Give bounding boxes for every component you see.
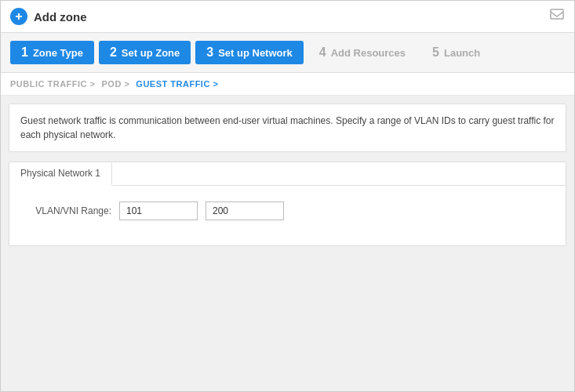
breadcrumb-pod[interactable]: POD > bbox=[102, 79, 130, 89]
step-2-label: Set up Zone bbox=[122, 47, 180, 59]
step-1-button[interactable]: 1 Zone Type bbox=[10, 41, 94, 64]
window-title: Add zone bbox=[34, 10, 87, 24]
breadcrumb-bar: PUBLIC TRAFFIC > POD > GUEST TRAFFIC > bbox=[1, 73, 574, 96]
window-corner-icon bbox=[549, 7, 565, 26]
title-left: Add zone bbox=[10, 8, 87, 25]
step-2-num: 2 bbox=[110, 45, 117, 60]
tab-body: VLAN/VNI Range: bbox=[9, 186, 566, 245]
add-zone-icon bbox=[10, 8, 27, 25]
step-2-button[interactable]: 2 Set up Zone bbox=[99, 41, 191, 64]
svg-rect-3 bbox=[551, 9, 563, 19]
step-5-label: Launch bbox=[444, 47, 480, 59]
vlan-start-input[interactable] bbox=[119, 201, 198, 220]
tab-header: Physical Network 1 bbox=[9, 162, 566, 186]
add-zone-window: Add zone 1 Zone Type 2 Set up Zone 3 Set… bbox=[0, 0, 575, 392]
breadcrumb-guest-traffic[interactable]: GUEST TRAFFIC > bbox=[136, 79, 218, 89]
step-3-button[interactable]: 3 Set up Network bbox=[195, 41, 304, 64]
vlan-range-row: VLAN/VNI Range: bbox=[25, 201, 550, 220]
step-5-num: 5 bbox=[432, 45, 439, 60]
step-4-button: 4 Add Resources bbox=[308, 41, 417, 64]
step-1-num: 1 bbox=[21, 45, 28, 60]
vlan-range-label: VLAN/VNI Range: bbox=[25, 205, 111, 216]
step-5-button: 5 Launch bbox=[421, 41, 491, 64]
step-3-num: 3 bbox=[206, 45, 213, 60]
svg-rect-2 bbox=[16, 16, 22, 17]
tab-container: Physical Network 1 VLAN/VNI Range: bbox=[9, 162, 566, 246]
info-box: Guest network traffic is communication b… bbox=[9, 103, 566, 152]
title-bar: Add zone bbox=[1, 1, 574, 33]
content-area: Guest network traffic is communication b… bbox=[1, 96, 574, 391]
step-3-label: Set up Network bbox=[218, 47, 293, 59]
tab-physical-network-1[interactable]: Physical Network 1 bbox=[9, 162, 112, 186]
breadcrumb-public-traffic[interactable]: PUBLIC TRAFFIC > bbox=[10, 79, 96, 89]
step-1-label: Zone Type bbox=[33, 47, 83, 59]
wizard-steps: 1 Zone Type 2 Set up Zone 3 Set up Netwo… bbox=[1, 33, 574, 73]
step-4-label: Add Resources bbox=[331, 47, 406, 59]
info-text: Guest network traffic is communication b… bbox=[20, 115, 555, 140]
step-4-num: 4 bbox=[319, 45, 326, 60]
vlan-end-input[interactable] bbox=[206, 201, 284, 220]
